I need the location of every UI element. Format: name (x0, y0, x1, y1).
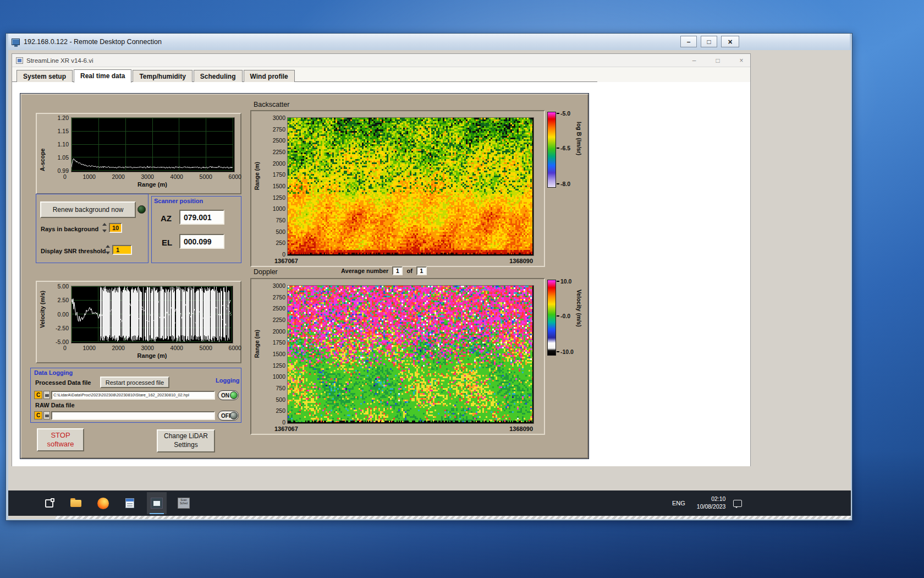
desktop: { "rdp_window": { "title": "192.168.0.12… (0, 0, 924, 578)
taskbar-clock[interactable]: 02:10 10/08/2023 (697, 495, 726, 510)
doppler-heatmap (288, 286, 532, 422)
app-window-controls: – □ × (690, 54, 746, 67)
notification-icon[interactable] (733, 500, 742, 507)
document-app-button[interactable] (120, 492, 140, 514)
backscatter-plot (287, 117, 534, 256)
processed-path-field[interactable]: C:\LidarA\Data\Proc\2023\202308\20230810… (51, 391, 215, 400)
colorbar-tick-label: -10.0 (560, 348, 574, 355)
average-number-label: Average number (341, 268, 388, 274)
snr-threshold-label: Display SNR threshold (41, 248, 106, 254)
processed-path-browse-icon[interactable] (43, 391, 50, 399)
tick-label: 2500 (273, 305, 285, 312)
snr-threshold-field[interactable]: 1 (112, 245, 132, 255)
restart-processed-file-button[interactable]: Restart processed file (100, 377, 169, 388)
tick-label: 5000 (200, 173, 212, 180)
tab-scheduling[interactable]: Scheduling (194, 70, 243, 82)
tick-label: 750 (276, 217, 285, 223)
tick-label: 6000 (229, 173, 241, 180)
tick-label: 0.00 (58, 311, 69, 318)
tick-label: 2250 (273, 149, 285, 155)
ascope-plot (71, 117, 235, 172)
tab-real-time-data[interactable]: Real time data (74, 69, 131, 83)
tick-label: 1500 (273, 183, 285, 189)
app-window-title: StreamLine XR v14-6.vi (26, 57, 93, 64)
background-controls-box: Renew background now Rays in background … (36, 194, 148, 263)
scan-scheduler-icon: Scan Sched (178, 498, 190, 509)
tab-wind-profile[interactable]: Wind profile (244, 70, 295, 82)
tab-system-setup[interactable]: System setup (16, 70, 73, 82)
firefox-button[interactable] (93, 492, 113, 514)
tick-label: 2250 (273, 317, 285, 323)
tick-label: 2750 (273, 126, 285, 133)
tick-label: 1000 (273, 373, 285, 380)
colorbar-tick-label: -5.0 (560, 110, 570, 117)
language-indicator[interactable]: ENG (668, 497, 689, 509)
average-number-field[interactable]: 1 (392, 266, 403, 275)
backscatter-graph: Range (m) 300027502500225020001750150012… (250, 110, 545, 267)
app-titlebar[interactable]: StreamLine XR v14-6.vi – □ × (12, 54, 750, 67)
raw-logging-toggle[interactable]: OFF (218, 411, 239, 421)
tick-label: 1250 (273, 194, 285, 201)
scanner-position-title: Scanner position (154, 198, 203, 204)
off-led-icon (230, 412, 238, 419)
tick-label: 3000 (273, 282, 285, 289)
raw-path-field[interactable] (51, 411, 215, 420)
doppler-x-end: 1368090 (487, 426, 533, 432)
tick-label: 4000 (170, 345, 183, 351)
backscatter-x-end: 1368090 (487, 258, 533, 264)
az-value-field[interactable]: 079.001 (179, 210, 224, 225)
app-minimize-button[interactable]: – (690, 57, 698, 64)
tick-label: 3000 (141, 173, 154, 180)
folder-icon (70, 500, 81, 507)
rays-spinner[interactable] (102, 223, 107, 232)
rays-in-background-field[interactable]: 10 (109, 223, 122, 233)
processed-drive-selector[interactable]: C (34, 391, 42, 399)
remote-taskbar: Scan Sched ENG 02:10 10/08/2023 (8, 490, 851, 516)
maximize-button[interactable]: □ (701, 36, 717, 47)
processed-logging-toggle[interactable]: ON (218, 390, 239, 400)
raw-drive-selector[interactable]: C (34, 411, 42, 419)
tick-label: 0 (282, 251, 285, 258)
colorbar-tick-mark (557, 183, 559, 184)
tick-label: 1250 (273, 362, 285, 369)
settings-button-line2: Settings (174, 441, 197, 450)
velocity-graph: Velocity (m/s) 5.002.500.00-2.50-5.00 01… (36, 281, 241, 363)
tick-label: 500 (276, 396, 285, 403)
app-window: StreamLine XR v14-6.vi – □ × System setu… (12, 53, 751, 466)
tick-label: -2.50 (56, 325, 69, 331)
rdp-window: 192.168.0.122 - Remote Desktop Connectio… (6, 33, 853, 521)
velocity-y-ticks: 5.002.500.00-2.50-5.00 (49, 283, 69, 345)
scan-scheduler-button[interactable]: Scan Sched (174, 492, 194, 514)
colorbar-tick-mark (557, 113, 559, 114)
colorbar-tick-mark (557, 315, 559, 317)
doppler-colorbar-gradient (547, 280, 556, 356)
close-button[interactable]: × (721, 36, 739, 47)
backscatter-colorbar-gradient (547, 112, 556, 188)
velocity-y-axis-label: Velocity (m/s) (39, 291, 46, 328)
stop-software-button[interactable]: STOP software (37, 428, 84, 451)
ascope-trace (72, 118, 233, 171)
minimize-button[interactable]: – (680, 36, 697, 47)
average-total-field[interactable]: 1 (416, 266, 427, 275)
file-explorer-button[interactable] (66, 492, 86, 514)
renew-background-button[interactable]: Renew background now (40, 201, 136, 218)
tab-temp-humidity[interactable]: Temp/humidity (133, 70, 192, 82)
app-maximize-button[interactable]: □ (713, 57, 722, 64)
streamline-app-button[interactable] (147, 492, 167, 514)
raw-path-browse-icon[interactable] (43, 411, 50, 419)
change-lidar-settings-button[interactable]: Change LiDAR Settings (157, 429, 215, 452)
app-close-button[interactable]: × (737, 57, 746, 64)
velocity-trace (72, 286, 232, 342)
snr-spinner[interactable] (106, 245, 111, 254)
rdp-titlebar[interactable]: 192.168.0.122 - Remote Desktop Connectio… (8, 34, 850, 50)
system-tray: ENG 02:10 10/08/2023 (668, 490, 742, 516)
panel-area: A-scope 1.201.151.101.050.99 01000200030… (12, 82, 750, 466)
task-view-button[interactable] (39, 492, 59, 514)
tick-label: 500 (276, 228, 285, 235)
processed-toggle-label: ON (221, 392, 229, 399)
doppler-plot (287, 285, 534, 424)
colorbar-tick-label: -6.5 (560, 145, 570, 151)
el-value-field[interactable]: 000.099 (179, 234, 224, 249)
firefox-icon (97, 498, 109, 509)
tick-label: 1000 (83, 173, 96, 180)
